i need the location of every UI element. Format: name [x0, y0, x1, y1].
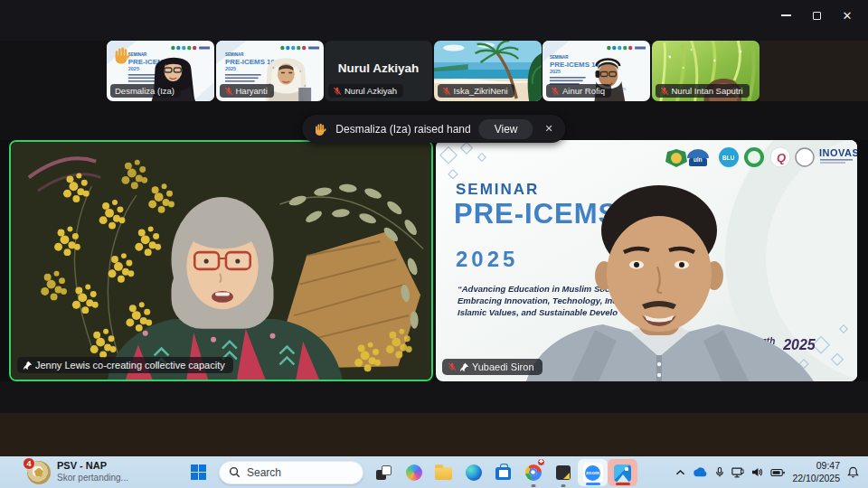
- photos-app-icon: [614, 465, 631, 482]
- speaker-video: uin BLU Q INOVASI SEMINAR PRE-ICEMS 2025…: [436, 140, 857, 381]
- microsoft-store-icon: [495, 467, 511, 480]
- notification-bell-icon[interactable]: [847, 466, 859, 478]
- search-icon: [229, 466, 241, 478]
- zoom-meeting-window: ✕ SEMINAR PRE-ICEMS 10 2025: [0, 0, 868, 488]
- zoom-app-icon: zoom: [583, 463, 603, 483]
- mic-muted-icon: [551, 87, 560, 96]
- participant-name-label: Nurul Intan Saputri: [656, 84, 750, 98]
- participant-tile-nurul-intan[interactable]: Nurul Intan Saputri: [652, 41, 760, 101]
- participant-name: Haryanti: [236, 86, 268, 96]
- restore-icon: [813, 12, 821, 20]
- taskbar-clock[interactable]: 09:47 22/10/2025: [792, 460, 840, 484]
- svg-text:Q: Q: [777, 151, 786, 164]
- mic-muted-icon: [442, 87, 451, 96]
- svg-text:“Advancing Education in Muslim: “Advancing Education in Muslim Societ: [458, 284, 620, 294]
- windows-logo-icon: [191, 465, 207, 481]
- svg-text:Embracing Innovation, Technolo: Embracing Innovation, Technology, Incl: [458, 296, 620, 305]
- file-explorer-button[interactable]: [429, 456, 458, 488]
- mic-muted-icon: [660, 87, 669, 96]
- participant-tile-ainur[interactable]: SEMINAR PRE-ICEMS 10 2025 2025: [542, 41, 650, 101]
- window-titlebar: ✕: [0, 0, 868, 41]
- speaker-name: Yubaedi Siron: [472, 361, 534, 372]
- svg-text:SEMINAR: SEMINAR: [456, 181, 539, 198]
- chrome-icon: [525, 465, 542, 481]
- tray-chevron-icon[interactable]: [675, 469, 685, 476]
- raised-hand-icon: [112, 45, 132, 65]
- volume-icon[interactable]: [751, 467, 763, 477]
- svg-text:INOVASI: INOVASI: [819, 147, 857, 158]
- edge-button[interactable]: [458, 456, 488, 488]
- speaker-name-label: Yubaedi Siron: [442, 359, 542, 375]
- view-button[interactable]: View: [479, 119, 533, 139]
- tray-date: 22/10/2025: [792, 473, 840, 485]
- chrome-profile-avatar: [537, 458, 545, 466]
- copilot-button[interactable]: [399, 456, 429, 488]
- tray-time: 09:47: [792, 460, 840, 473]
- svg-text:BLU: BLU: [722, 155, 735, 161]
- running-indicator: [531, 484, 535, 487]
- speaker-name: Jenny Lewis co-creating collective capac…: [35, 360, 225, 371]
- mic-muted-icon: [333, 87, 342, 96]
- participant-tile-desmaliza[interactable]: SEMINAR PRE-ICEMS 10 2025: [107, 41, 214, 101]
- onedrive-icon[interactable]: [693, 467, 708, 477]
- participant-tile-nurul-azkiyah[interactable]: Nurul Azkiyah Nurul Azkiyah: [325, 41, 432, 101]
- participant-tile-iska[interactable]: Iska_ZikriNeni: [434, 41, 542, 101]
- pinned-app-icon: [556, 465, 571, 480]
- maximize-button[interactable]: [801, 4, 832, 27]
- svg-text:PRE-ICEMS: PRE-ICEMS: [454, 198, 618, 230]
- notification-badge: 4: [23, 457, 35, 470]
- participant-name: Nurul Azkiyah: [344, 86, 397, 96]
- participant-name: Desmaliza (Iza): [115, 86, 175, 96]
- taskbar-search[interactable]: [219, 461, 363, 484]
- close-icon: ✕: [843, 10, 853, 22]
- svg-text:PRE-ICEMS 10: PRE-ICEMS 10: [224, 58, 275, 66]
- minimize-icon: [781, 14, 791, 16]
- chrome-button[interactable]: [518, 456, 548, 488]
- pinned-app-button[interactable]: [548, 456, 578, 488]
- photos-app-button[interactable]: [608, 459, 637, 486]
- close-button[interactable]: ✕: [832, 4, 863, 27]
- svg-text:2025: 2025: [618, 87, 627, 91]
- participant-name-label: Desmaliza (Iza): [110, 84, 181, 98]
- file-explorer-icon: [435, 467, 452, 480]
- svg-text:2025: 2025: [224, 66, 235, 71]
- svg-text:SEMINAR: SEMINAR: [550, 55, 569, 60]
- speaker-tile-jenny-lewis[interactable]: Jenny Lewis co-creating collective capac…: [9, 140, 433, 381]
- active-indicator: [616, 483, 630, 485]
- participant-name-label: Nurul Azkiyah: [328, 84, 403, 98]
- raised-hand-toast: Desmaliza (Iza) raised hand View ✕: [302, 115, 565, 143]
- svg-text:PRE-ICEMS 10: PRE-ICEMS 10: [550, 61, 600, 69]
- svg-text:Islamic Values, and Sustainabl: Islamic Values, and Sustainable Develo: [458, 307, 618, 317]
- pin-icon: [459, 362, 469, 372]
- microsoft-store-button[interactable]: [488, 456, 518, 488]
- window-lower-area: [0, 381, 868, 413]
- battery-icon[interactable]: [770, 468, 785, 477]
- widgets-button[interactable]: 4 PSV - NAP Skor pertanding...: [27, 456, 128, 488]
- network-icon[interactable]: [731, 467, 744, 478]
- sports-widget-icon: 4: [27, 461, 51, 484]
- raised-hand-icon: [313, 122, 327, 136]
- participant-name: Ainur Rofiq: [562, 86, 605, 96]
- speaker-name-label: Jenny Lewis co-creating collective capac…: [17, 357, 233, 373]
- participant-name: Nurul Intan Saputri: [672, 86, 743, 96]
- edge-icon: [466, 465, 482, 481]
- svg-text:SEMINAR: SEMINAR: [224, 52, 243, 57]
- svg-text:2025: 2025: [550, 69, 561, 74]
- task-view-button[interactable]: [369, 456, 399, 488]
- start-button[interactable]: [184, 456, 213, 488]
- toast-close-icon[interactable]: ✕: [541, 121, 556, 136]
- minimize-button[interactable]: [770, 4, 801, 27]
- participant-tile-haryanti[interactable]: SEMINAR PRE-ICEMS 10 2025: [216, 41, 324, 101]
- svg-text:uin: uin: [693, 156, 703, 163]
- zoom-app-button[interactable]: zoom: [578, 459, 608, 486]
- speaker-tile-yubaedi-siron[interactable]: uin BLU Q INOVASI SEMINAR PRE-ICEMS 2025…: [436, 140, 857, 381]
- widget-subtitle: Skor pertanding...: [57, 473, 128, 484]
- svg-text:2025: 2025: [128, 66, 139, 71]
- toast-message: Desmaliza (Iza) raised hand: [335, 123, 470, 136]
- search-input[interactable]: [247, 466, 346, 479]
- main-video-stage: Jenny Lewis co-creating collective capac…: [0, 140, 868, 381]
- widget-title: PSV - NAP: [57, 460, 128, 473]
- filmstrip-backdrop: [760, 41, 868, 101]
- background-window-strip: [0, 413, 868, 456]
- microphone-icon[interactable]: [715, 466, 724, 478]
